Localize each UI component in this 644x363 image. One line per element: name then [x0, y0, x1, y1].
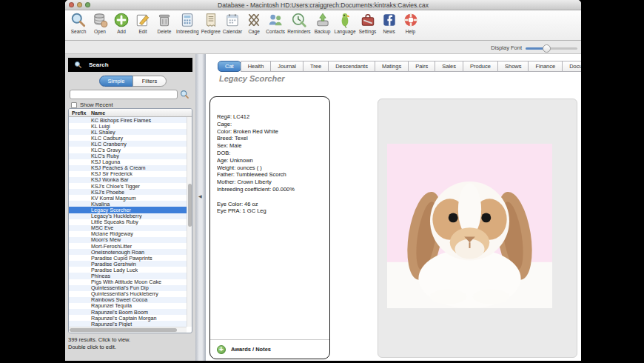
list-item[interactable]: KSJ's Chloe's Tigger — [69, 183, 187, 189]
toolbar-button[interactable]: Delete — [155, 12, 174, 34]
tab-filters[interactable]: Filters — [133, 76, 167, 87]
list-item[interactable]: Little Squeaks Ruby — [69, 219, 187, 225]
list-item[interactable]: KLC Cadbury — [69, 135, 187, 141]
detail-line: Eye Color: 46 oz — [217, 201, 323, 208]
list-item[interactable]: Paradise Lady Luck — [69, 267, 187, 273]
vertical-scrollbar[interactable] — [187, 117, 192, 327]
horizontal-scrollbar-thumb[interactable] — [70, 328, 177, 332]
toolbar-button-label: Calendar — [223, 29, 242, 34]
toolbar-button-label: Add — [117, 29, 126, 34]
detail-line: DOB: — [217, 150, 323, 157]
screen: Database - Macintosh HD:Users:craiggrech… — [0, 0, 644, 363]
record-tab[interactable]: Shows — [497, 61, 529, 72]
record-tab[interactable]: Documents — [562, 61, 581, 72]
list-item[interactable]: Rapunzel's Piglet — [69, 321, 187, 327]
titlebar: Database - Macintosh HD:Users:craiggrech… — [65, 0, 581, 10]
record-tab[interactable]: Pairs — [408, 61, 435, 72]
list-item[interactable]: KLC's Gravy — [69, 147, 187, 153]
search-mode-tabs: Simple Filters — [99, 76, 167, 87]
animal-list-panel: Prefix Name KC Bishops Fires Flames KL L… — [68, 108, 192, 333]
toolbar-button-label: News — [383, 29, 395, 34]
list-item[interactable]: KLC's Ruby — [69, 153, 187, 159]
add-icon — [217, 345, 226, 354]
detail-line: Sex: Male — [217, 142, 323, 150]
rabbit-image — [387, 144, 552, 308]
display-font-slider[interactable] — [526, 47, 577, 50]
search-icon — [70, 12, 87, 28]
detail-line: Color: Broken Red White — [217, 128, 323, 136]
app-window: Database - Macintosh HD:Users:craiggrech… — [65, 0, 581, 361]
sidebar-collapse-handle[interactable]: ◀ — [195, 54, 206, 361]
backup-icon — [315, 12, 331, 28]
toolbar-button[interactable]: Reminders — [287, 12, 310, 34]
toolbar-button[interactable]: Search — [69, 12, 88, 34]
animal-photo — [387, 144, 552, 308]
record-details: Reg#: LC412 Cage: Color: Broken Red Whit… — [210, 97, 329, 215]
awards-notes-button[interactable]: Awards / Notes — [210, 339, 329, 359]
column-name[interactable]: Name — [91, 110, 105, 116]
zoom-window-button[interactable] — [85, 2, 90, 7]
record-tab[interactable]: Journal — [270, 61, 303, 72]
record-tab[interactable]: Finance — [528, 61, 563, 72]
status-line-1: 399 results. Click to view. — [68, 336, 130, 344]
toolbar-button[interactable]: Calendar — [223, 12, 242, 34]
column-prefix[interactable]: Prefix — [72, 110, 86, 116]
toolbar-button[interactable]: Inbreeding — [176, 12, 199, 34]
toolbar: Search Open Add Edit — [65, 10, 581, 41]
add-icon — [113, 12, 130, 28]
slider-fill — [526, 47, 545, 50]
toolbar-button[interactable]: Open — [90, 12, 110, 34]
toolbar-button[interactable]: Edit — [133, 12, 152, 34]
list-item[interactable]: KLC Cranberry — [69, 141, 187, 147]
search-input[interactable] — [70, 90, 178, 99]
window-title: Database - Macintosh HD:Users:craiggrech… — [65, 1, 581, 9]
toolbar-button[interactable]: Help — [401, 12, 420, 34]
list-item[interactable]: KC Bishops Fires Flames — [69, 117, 187, 123]
detail-line: Eye PRA: 1 GC Leg — [217, 207, 323, 215]
checkbox-box[interactable] — [71, 102, 77, 108]
vertical-scrollbar-thumb[interactable] — [188, 184, 192, 227]
minimize-window-button[interactable] — [77, 2, 82, 7]
record-tab[interactable]: Descendants — [328, 61, 375, 72]
toolbar-button[interactable]: Settings — [358, 12, 378, 34]
record-tab[interactable]: Cat — [218, 61, 241, 72]
toolbar-button[interactable]: Language — [335, 12, 356, 34]
toolbar-button-label: Delete — [158, 29, 172, 34]
record-tab[interactable]: Produce — [463, 61, 498, 72]
list-item[interactable]: KL Luigi — [69, 123, 187, 129]
record-tab[interactable]: Tree — [303, 61, 329, 72]
close-window-button[interactable] — [69, 2, 74, 7]
slider-thumb[interactable] — [543, 44, 551, 53]
record-tab[interactable]: Matings — [375, 61, 409, 72]
toolbar-button[interactable]: Backup — [313, 12, 332, 34]
toolbar-button[interactable]: News — [380, 12, 399, 34]
animal-list: KC Bishops Fires Flames KL Luigi KL Shal… — [69, 117, 187, 327]
pedigree-icon — [203, 12, 219, 28]
toolbar-button-label: Help — [406, 29, 415, 34]
toolbar-button[interactable]: Contacts — [266, 12, 285, 34]
sidebar: Search Simple Filters Show Recent Prefix… — [65, 54, 195, 361]
list-item[interactable]: Mclane Ridgeway — [69, 231, 187, 237]
tab-simple[interactable]: Simple — [99, 76, 133, 87]
awards-notes-label: Awards / Notes — [231, 346, 271, 353]
status-line-2: Double click to edit. — [68, 344, 130, 351]
search-go-icon[interactable] — [180, 90, 189, 99]
record-tab[interactable]: Sales — [435, 61, 463, 72]
delete-icon — [156, 12, 172, 28]
list-item[interactable]: KL Shaley — [69, 129, 187, 135]
record-tab[interactable]: Health — [241, 61, 272, 72]
search-icon — [74, 61, 82, 69]
toolbar-button[interactable]: Pedigree — [201, 12, 221, 34]
horizontal-scrollbar[interactable] — [69, 327, 187, 333]
window-controls — [69, 2, 90, 7]
news-icon — [381, 12, 398, 28]
contacts-icon — [267, 12, 284, 28]
search-panel-title: Search — [89, 61, 109, 68]
list-header: Prefix Name — [69, 109, 192, 117]
cage-icon — [246, 12, 262, 28]
toolbar-button[interactable]: Add — [112, 12, 131, 34]
show-recent-checkbox[interactable]: Show Recent — [71, 101, 113, 108]
toolbar-button[interactable]: Cage — [244, 12, 264, 34]
calendar-icon — [224, 12, 241, 28]
list-item[interactable]: KV Korral Magnum — [69, 195, 187, 201]
